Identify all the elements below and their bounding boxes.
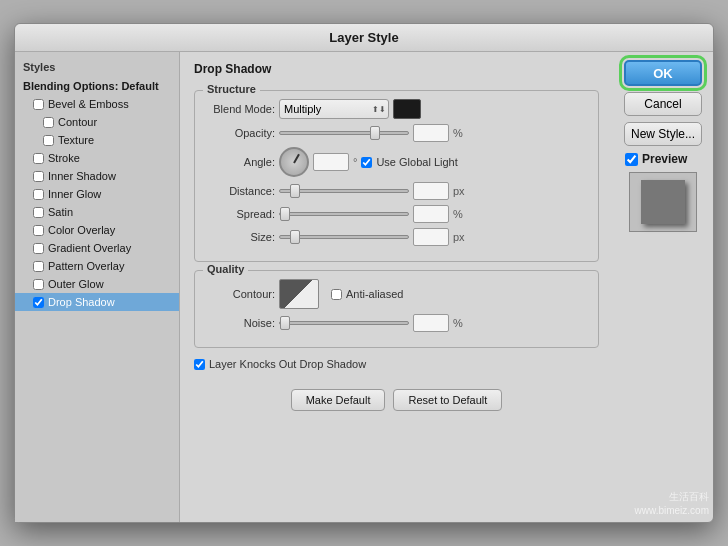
sidebar-item-stroke[interactable]: Stroke	[15, 149, 179, 167]
opacity-thumb[interactable]	[370, 126, 380, 140]
size-row: Size: 3 px	[205, 228, 588, 246]
inner-glow-checkbox[interactable]	[33, 189, 44, 200]
opacity-input[interactable]: 75	[413, 124, 449, 142]
outer-glow-checkbox[interactable]	[33, 279, 44, 290]
distance-unit: px	[453, 185, 465, 197]
watermark: 生活百科 www.bimeiz.com	[635, 490, 709, 518]
sidebar-item-pattern-overlay[interactable]: Pattern Overlay	[15, 257, 179, 275]
structure-title: Structure	[203, 83, 260, 95]
angle-label: Angle:	[205, 156, 275, 168]
distance-row: Distance: 3 px	[205, 182, 588, 200]
stroke-checkbox[interactable]	[33, 153, 44, 164]
angle-row: Angle: 30 ° Use Global Light	[205, 147, 588, 177]
layer-knocks-checkbox[interactable]	[194, 359, 205, 370]
color-overlay-checkbox[interactable]	[33, 225, 44, 236]
sidebar-item-satin[interactable]: Satin	[15, 203, 179, 221]
noise-unit: %	[453, 317, 463, 329]
anti-aliased-checkbox[interactable]	[331, 289, 342, 300]
size-label: Size:	[205, 231, 275, 243]
make-default-button[interactable]: Make Default	[291, 389, 386, 411]
sidebar-item-contour[interactable]: Contour	[15, 113, 179, 131]
spread-input[interactable]: 0	[413, 205, 449, 223]
shadow-color-swatch[interactable]	[393, 99, 421, 119]
drop-shadow-checkbox[interactable]	[33, 297, 44, 308]
use-global-light-label: Use Global Light	[361, 156, 457, 168]
distance-input[interactable]: 3	[413, 182, 449, 200]
preview-square	[641, 180, 685, 224]
spread-slider[interactable]	[279, 212, 409, 216]
inner-shadow-checkbox[interactable]	[33, 171, 44, 182]
use-global-light-checkbox[interactable]	[361, 157, 372, 168]
blend-mode-row: Blend Mode: Multiply	[205, 99, 588, 119]
blend-mode-select[interactable]: Multiply	[279, 99, 389, 119]
right-panel: OK Cancel New Style... Preview	[613, 52, 713, 522]
bevel-checkbox[interactable]	[33, 99, 44, 110]
spread-thumb[interactable]	[280, 207, 290, 221]
styles-panel-header: Styles	[15, 58, 179, 77]
size-slider[interactable]	[279, 235, 409, 239]
noise-label: Noise:	[205, 317, 275, 329]
size-thumb[interactable]	[290, 230, 300, 244]
opacity-row: Opacity: 75 %	[205, 124, 588, 142]
size-unit: px	[453, 231, 465, 243]
contour-thumbnail[interactable]	[279, 279, 319, 309]
bottom-buttons: Make Default Reset to Default	[194, 389, 599, 411]
preview-box	[629, 172, 697, 232]
opacity-label: Opacity:	[205, 127, 275, 139]
texture-checkbox[interactable]	[43, 135, 54, 146]
sidebar-item-blending[interactable]: Blending Options: Default	[15, 77, 179, 95]
contour-checkbox[interactable]	[43, 117, 54, 128]
pattern-overlay-checkbox[interactable]	[33, 261, 44, 272]
structure-section: Structure Blend Mode: Multiply Opacity:	[194, 90, 599, 262]
spread-label: Spread:	[205, 208, 275, 220]
preview-label-text: Preview	[642, 152, 687, 166]
anti-aliased-label: Anti-aliased	[331, 288, 403, 300]
noise-thumb[interactable]	[280, 316, 290, 330]
degrees-symbol: °	[353, 156, 357, 168]
blend-mode-label: Blend Mode:	[205, 103, 275, 115]
center-panel: Drop Shadow Structure Blend Mode: Multip…	[180, 52, 613, 522]
size-input[interactable]: 3	[413, 228, 449, 246]
satin-checkbox[interactable]	[33, 207, 44, 218]
opacity-unit: %	[453, 127, 463, 139]
new-style-button[interactable]: New Style...	[624, 122, 702, 146]
distance-slider[interactable]	[279, 189, 409, 193]
drop-shadow-header: Drop Shadow	[194, 62, 599, 76]
layer-knocks-label: Layer Knocks Out Drop Shadow	[194, 358, 366, 370]
sidebar-item-outer-glow[interactable]: Outer Glow	[15, 275, 179, 293]
layer-knocks-row: Layer Knocks Out Drop Shadow	[194, 358, 599, 370]
spread-row: Spread: 0 %	[205, 205, 588, 223]
cancel-button[interactable]: Cancel	[624, 92, 702, 116]
layer-style-dialog: Layer Style Styles Blending Options: Def…	[14, 23, 714, 523]
contour-label: Contour:	[205, 288, 275, 300]
quality-section: Quality Contour: Anti-aliased Noise:	[194, 270, 599, 348]
distance-thumb[interactable]	[290, 184, 300, 198]
sidebar-item-bevel[interactable]: Bevel & Emboss	[15, 95, 179, 113]
sidebar-item-color-overlay[interactable]: Color Overlay	[15, 221, 179, 239]
sidebar-item-inner-shadow[interactable]: Inner Shadow	[15, 167, 179, 185]
blend-mode-select-wrapper[interactable]: Multiply	[279, 99, 389, 119]
noise-input[interactable]: 0	[413, 314, 449, 332]
noise-slider[interactable]	[279, 321, 409, 325]
sidebar-item-drop-shadow[interactable]: Drop Shadow	[15, 293, 179, 311]
angle-dial[interactable]	[279, 147, 309, 177]
angle-input[interactable]: 30	[313, 153, 349, 171]
preview-section: Preview	[625, 152, 687, 166]
quality-title: Quality	[203, 263, 248, 275]
noise-row: Noise: 0 %	[205, 314, 588, 332]
distance-label: Distance:	[205, 185, 275, 197]
dialog-title: Layer Style	[15, 24, 713, 52]
sidebar-item-texture[interactable]: Texture	[15, 131, 179, 149]
styles-panel: Styles Blending Options: Default Bevel &…	[15, 52, 180, 522]
sidebar-item-inner-glow[interactable]: Inner Glow	[15, 185, 179, 203]
spread-unit: %	[453, 208, 463, 220]
preview-checkbox[interactable]	[625, 153, 638, 166]
contour-row: Contour: Anti-aliased	[205, 279, 588, 309]
gradient-overlay-checkbox[interactable]	[33, 243, 44, 254]
ok-button[interactable]: OK	[624, 60, 702, 86]
dialog-body: Styles Blending Options: Default Bevel &…	[15, 52, 713, 522]
opacity-slider[interactable]	[279, 131, 409, 135]
reset-default-button[interactable]: Reset to Default	[393, 389, 502, 411]
sidebar-item-gradient-overlay[interactable]: Gradient Overlay	[15, 239, 179, 257]
